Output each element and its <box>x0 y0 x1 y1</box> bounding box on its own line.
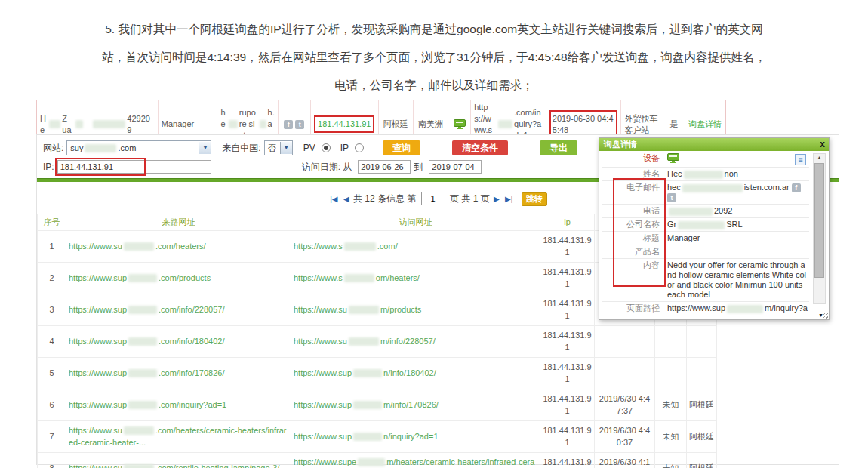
title-value: Manager <box>667 233 809 243</box>
clear-filters-button[interactable]: 清空条件 <box>452 140 508 155</box>
visit-row: 7https://www.su.com/heaters/ceramic-heat… <box>38 420 717 452</box>
popup-scrollbar[interactable]: ▲ <box>813 153 826 304</box>
visit-time-cell: 2019/6/30 4:40:37 <box>595 420 655 452</box>
referrer-url: https://www.su.com/heaters/ceramic-heate… <box>69 426 287 448</box>
ip-cell: 181.44.131.91 <box>540 389 595 420</box>
visit-url: https://www.supm/info/170826/ <box>294 400 439 409</box>
ip-cell: 181.44.131.91 <box>540 262 595 294</box>
referrer-url: https://www.sup.com/info/180402/ <box>69 337 225 346</box>
facebook-icon[interactable]: f <box>284 120 293 129</box>
detail-row-name: 姓名 Hecnon <box>602 168 809 181</box>
scrollbar-thumb[interactable] <box>814 163 824 278</box>
row-index: 3 <box>38 294 66 325</box>
blue-list-icon[interactable]: ≣ <box>795 154 806 165</box>
visit-row: 6https://www.sup.com/inquiry?ad=1https:/… <box>38 389 717 420</box>
redacted-text <box>684 171 723 179</box>
popup-title: 询盘详情 <box>604 140 637 149</box>
column-header: ip <box>540 214 595 230</box>
source-cell: 未知 <box>655 452 687 468</box>
next-page-icon[interactable]: ▶ <box>494 195 500 203</box>
referrer-url-cell: https://www.su.com/heaters/ <box>66 230 291 262</box>
referrer-url-cell: https://www.sup.com/info/180402/ <box>66 325 291 357</box>
ip-cell: 181.44.131.91 <box>540 325 595 357</box>
visit-url-cell: https://www.supn/inquiry?ad=1 <box>291 420 540 452</box>
ip-radio-label: IP <box>340 143 349 153</box>
name-value: Hecnon <box>667 169 809 179</box>
detail-row-path: 页面路径 https://www.supm/inquiry?ad=1 <box>602 302 809 315</box>
redacted-text <box>124 464 154 468</box>
redacted-text <box>353 433 382 441</box>
inquiry-detail-popup: 询盘详情 x 设备 姓名 Hecnon 电子邮件 hecisten.com.ar… <box>599 137 830 320</box>
page-number-input[interactable] <box>421 192 445 205</box>
date-to-input[interactable] <box>429 160 482 174</box>
site-select-value: suy.com <box>67 143 199 153</box>
twitter-icon[interactable]: t <box>667 193 676 202</box>
visit-url-cell: https://www.s.com/ <box>291 230 540 262</box>
visit-url: https://www.s.com/ <box>294 242 398 251</box>
highlighted-ip: 181.44.131.91 <box>314 115 374 133</box>
export-button[interactable]: 导出 <box>540 140 577 155</box>
intro-paragraph: 5. 我们对其中一个阿根廷询盘的IP进行了分析，发现该采购商是通过google.… <box>54 15 814 99</box>
redacted-text <box>344 274 374 282</box>
redacted-text <box>128 274 157 282</box>
redacted-text <box>85 144 116 152</box>
search-button[interactable]: 查询 <box>383 140 420 155</box>
redacted-text <box>124 242 154 251</box>
referrer-url: https://www.su.com/heaters/ <box>69 242 206 251</box>
redacted-text <box>349 337 379 346</box>
redacted-text <box>498 120 512 128</box>
referrer-url-cell: https://www.su.com/heaters/ceramic-heate… <box>66 420 291 452</box>
ip-filter-input[interactable] <box>57 160 211 174</box>
content-label: 内容 <box>602 260 667 270</box>
redacted-text <box>682 184 743 192</box>
redacted-text <box>93 120 126 128</box>
source-cell: 未知 <box>655 389 687 420</box>
detail-row-content: 内容 Nedd your offer for ceramic through a… <box>602 259 809 302</box>
site-label: 网站: <box>43 142 63 155</box>
last-page-icon[interactable]: ▶| <box>505 195 512 203</box>
date-from-input[interactable] <box>358 160 411 174</box>
source-cell <box>655 357 687 389</box>
detail-row-company: 公司名称 GrSRL <box>602 218 809 232</box>
inquiry-detail-link[interactable]: 询盘详情 <box>688 119 722 130</box>
row-index: 1 <box>38 230 66 262</box>
pagination-info-prefix: 共 12 条信息 第 <box>353 193 416 204</box>
pv-radio[interactable] <box>322 143 331 152</box>
redacted-text <box>353 401 382 409</box>
resize-grip[interactable] <box>822 313 828 319</box>
facebook-icon[interactable]: f <box>792 183 801 192</box>
chevron-down-icon: ▼ <box>199 142 211 154</box>
intro-line: 5. 我们对其中一个阿根廷询盘的IP进行了分析，发现该采购商是通过google.… <box>54 15 814 43</box>
site-select[interactable]: suy.com ▼ <box>66 140 211 155</box>
china-label: 来自中国: <box>222 142 260 155</box>
ip-filter-label: IP: <box>43 162 54 172</box>
china-select[interactable]: 否 ▼ <box>264 140 293 155</box>
ip-cell: 181.44.131.91 <box>540 230 595 262</box>
redacted-text <box>669 208 713 216</box>
row-index: 4 <box>38 325 66 357</box>
close-icon[interactable]: x <box>820 138 825 151</box>
date-range-label: 访问日期: 从 <box>302 161 352 174</box>
intro-line: 站，首次访问时间是4:14:39，然后在网站里查看了多个页面，浏览了31分钟后，… <box>54 43 814 71</box>
country-cell: 阿根廷 <box>687 389 717 420</box>
visit-row: 5https://www.sup.com/info/170826/https:/… <box>38 357 717 389</box>
scroll-up-icon[interactable]: ▲ <box>814 155 825 160</box>
ip-radio[interactable] <box>355 143 364 152</box>
first-page-icon[interactable]: |◀ <box>330 195 337 203</box>
visit-url-cell: https://www.som/heaters/ <box>291 262 540 294</box>
redacted-text <box>128 369 157 377</box>
twitter-icon[interactable]: t <box>295 120 304 129</box>
ip-cell: 181.44.131.91 <box>540 452 595 468</box>
column-header: 访问网址 <box>291 214 540 230</box>
visit-row: 4https://www.sup.com/info/180402/https:/… <box>38 325 717 357</box>
prev-page-icon[interactable]: ◀ <box>343 195 349 203</box>
referrer-url-cell: https://www.sup.com/products <box>66 262 291 294</box>
phone-label: 电话 <box>602 206 667 216</box>
detail-row-phone: 电话 2092 <box>602 205 809 218</box>
redacted-text <box>358 458 385 466</box>
jump-button[interactable]: 跳转 <box>522 192 547 206</box>
referrer-url: https://www.su.com/reptile-heating-lamp/… <box>69 463 279 468</box>
row-index: 5 <box>38 357 66 389</box>
redacted-text <box>128 401 157 409</box>
pv-radio-label: PV <box>303 143 315 153</box>
